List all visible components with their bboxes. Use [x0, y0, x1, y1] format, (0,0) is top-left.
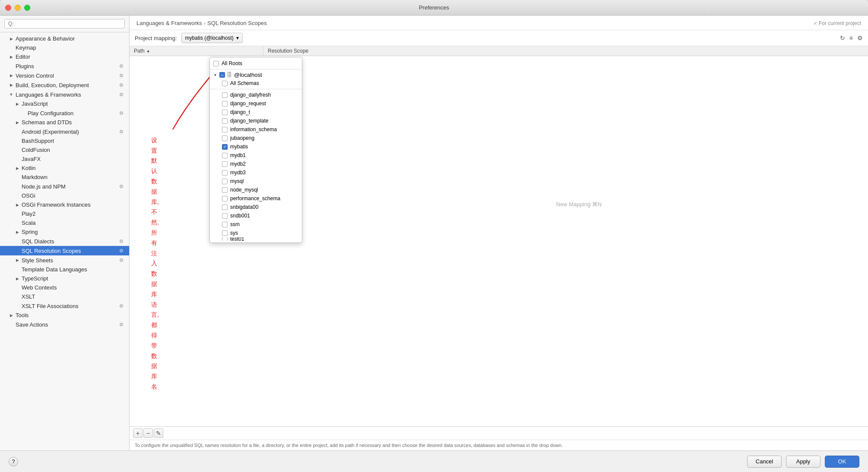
- dropdown-item-sndb001[interactable]: sndb001: [210, 211, 302, 220]
- maximize-button[interactable]: [24, 5, 30, 11]
- arrow-placeholder-markdown: [15, 175, 20, 180]
- sidebar-item-keymap[interactable]: Keymap: [0, 43, 129, 52]
- sidebar-item-kotlin[interactable]: ▶ Kotlin: [0, 164, 129, 173]
- checkbox-django-template[interactable]: [222, 118, 228, 124]
- checkbox-django-daily[interactable]: [222, 92, 228, 98]
- ok-button[interactable]: OK: [825, 456, 859, 468]
- dropdown-item-jubaopeng[interactable]: jubaopeng: [210, 134, 302, 142]
- dropdown-item-django-t[interactable]: django_t: [210, 108, 302, 116]
- sidebar-item-build[interactable]: ▶ Build, Execution, Deployment ⚙: [0, 80, 129, 90]
- sidebar-item-spring[interactable]: ▶ Spring: [0, 227, 129, 236]
- checkbox-django-t[interactable]: [222, 110, 228, 115]
- project-mapping-dropdown[interactable]: mybatis (@localhost) ▾: [181, 33, 243, 43]
- sidebar-item-nodejs[interactable]: Node.js and NPM ⚙: [0, 182, 129, 191]
- sidebar-item-xslt[interactable]: XSLT: [0, 292, 129, 301]
- sidebar-item-android[interactable]: Android (Experimental) ⚙: [0, 127, 129, 136]
- help-button[interactable]: ?: [9, 457, 18, 466]
- sidebar-item-lang-frameworks[interactable]: ▼ Languages & Frameworks ⚙: [0, 90, 129, 99]
- dropdown-item-snbigdata[interactable]: snbigdata00: [210, 203, 302, 211]
- arrow-placeholder-sqlr: [15, 248, 20, 253]
- checkbox-info-schema[interactable]: [222, 127, 228, 132]
- dropdown-item-node-mysql[interactable]: node_mysql: [210, 186, 302, 194]
- collapse-arrow-kotlin: ▶: [15, 166, 20, 171]
- sidebar-item-osgi-framework[interactable]: ▶ OSGi Framework Instances: [0, 200, 129, 209]
- add-button[interactable]: +: [133, 428, 143, 438]
- sidebar-item-xslt-file[interactable]: XSLT File Associations ⚙: [0, 301, 129, 311]
- checkbox-mysql[interactable]: [222, 179, 228, 184]
- close-button[interactable]: [5, 5, 11, 11]
- dropdown-item-mydb2[interactable]: mydb2: [210, 160, 302, 168]
- list-icon[interactable]: ≡: [849, 35, 853, 41]
- dropdown-item-all-schemas[interactable]: All Schemas: [210, 79, 302, 88]
- refresh-icon[interactable]: ↻: [840, 35, 845, 41]
- sidebar-item-appearance[interactable]: ▶ Appearance & Behavior: [0, 34, 129, 43]
- sidebar-item-coldfusion[interactable]: ColdFusion: [0, 145, 129, 154]
- dropdown-label-mysql: mysql: [230, 178, 244, 184]
- checkbox-django-request[interactable]: [222, 101, 228, 107]
- dropdown-item-django-request[interactable]: django_request: [210, 99, 302, 108]
- sidebar-item-bash[interactable]: BashSupport: [0, 136, 129, 145]
- sidebar-item-style-sheets[interactable]: ▶ Style Sheets ⚙: [0, 255, 129, 265]
- sidebar-item-scala[interactable]: Scala: [0, 218, 129, 227]
- checkbox-test01[interactable]: [222, 237, 228, 241]
- sidebar-item-javascript[interactable]: ▶ JavaScript: [0, 99, 129, 108]
- sidebar-label-schemas: Schemas and DTDs: [22, 119, 72, 126]
- sidebar-item-play-config[interactable]: Play Configuration ⚙: [0, 108, 129, 118]
- checkbox-all-schemas[interactable]: [222, 81, 228, 86]
- dropdown-item-mysql[interactable]: mysql: [210, 177, 302, 186]
- checkbox-mydb2[interactable]: [222, 161, 228, 167]
- dropdown-item-localhost[interactable]: ▼ − 🗄 @localhost: [210, 71, 302, 79]
- checkbox-ssm[interactable]: [222, 222, 228, 227]
- dropdown-item-ssm[interactable]: ssm: [210, 220, 302, 229]
- dropdown-item-info-schema[interactable]: information_schema: [210, 125, 302, 134]
- panel-header: Languages & Frameworks › SQL Resolution …: [130, 16, 868, 30]
- apply-button[interactable]: Apply: [786, 456, 820, 468]
- sidebar-item-play2[interactable]: Play2: [0, 209, 129, 218]
- dropdown-item-all-roots[interactable]: All Roots: [210, 59, 302, 68]
- checkbox-sys[interactable]: [222, 230, 228, 236]
- checkbox-jubaopeng[interactable]: [222, 135, 228, 141]
- sidebar-item-sql-resolution[interactable]: SQL Resolution Scopes ⚙: [0, 246, 129, 255]
- search-input[interactable]: [4, 19, 125, 28]
- dropdown-item-test01[interactable]: test01: [210, 237, 302, 241]
- dropdown-item-mydb1[interactable]: mydb1: [210, 151, 302, 160]
- sidebar-label-build: Build, Execution, Deployment: [16, 82, 89, 88]
- sidebar-item-plugins[interactable]: Plugins ⚙: [0, 61, 129, 71]
- sidebar-item-osgi[interactable]: OSGi: [0, 191, 129, 200]
- divider-2: [210, 89, 302, 89]
- checkbox-node-mysql[interactable]: [222, 187, 228, 193]
- checkbox-localhost[interactable]: −: [219, 72, 225, 78]
- sidebar-item-web-contexts[interactable]: Web Contexts: [0, 283, 129, 292]
- cancel-button[interactable]: Cancel: [747, 456, 782, 468]
- sidebar-item-schemas[interactable]: ▶ Schemas and DTDs: [0, 118, 129, 127]
- dropdown-item-mybatis[interactable]: ✓ mybatis: [210, 142, 302, 151]
- dropdown-item-perf-schema[interactable]: performance_schema: [210, 194, 302, 203]
- edit-button[interactable]: ✎: [154, 428, 163, 438]
- sidebar-label-editor: Editor: [16, 53, 30, 60]
- checkbox-snbigdata[interactable]: [222, 205, 228, 210]
- checkbox-mydb3[interactable]: [222, 170, 228, 176]
- sidebar-item-save-actions[interactable]: Save Actions ⚙: [0, 320, 129, 329]
- checkbox-mybatis[interactable]: ✓: [222, 144, 228, 150]
- dropdown-item-mydb3[interactable]: mydb3: [210, 168, 302, 177]
- dropdown-item-django-template[interactable]: django_template: [210, 116, 302, 125]
- sidebar-item-javafx[interactable]: JavaFX: [0, 154, 129, 164]
- checkbox-perf-schema[interactable]: [222, 196, 228, 201]
- minimize-button[interactable]: [15, 5, 21, 11]
- table-col-path[interactable]: Path ▲: [130, 46, 263, 56]
- remove-button[interactable]: −: [143, 428, 153, 438]
- sidebar-item-markdown[interactable]: Markdown: [0, 173, 129, 182]
- sidebar-item-template-data[interactable]: Template Data Languages: [0, 265, 129, 274]
- sidebar-item-editor[interactable]: ▶ Editor: [0, 52, 129, 61]
- settings-toolbar-icon[interactable]: ⚙: [857, 35, 863, 41]
- sidebar-item-typescript[interactable]: ▶ TypeScript: [0, 274, 129, 283]
- checkbox-mydb1[interactable]: [222, 153, 228, 158]
- sidebar-item-tools[interactable]: ▶ Tools: [0, 311, 129, 320]
- table-col-scope[interactable]: Resolution Scope: [263, 46, 868, 56]
- dropdown-item-sys[interactable]: sys: [210, 229, 302, 237]
- checkbox-sndb001[interactable]: [222, 213, 228, 219]
- sidebar-item-version-control[interactable]: ▶ Version Control ⚙: [0, 71, 129, 80]
- dropdown-item-django-daily[interactable]: django_dailyfresh: [210, 91, 302, 99]
- checkbox-all-roots[interactable]: [213, 61, 219, 66]
- sidebar-item-sql-dialects[interactable]: SQL Dialects ⚙: [0, 236, 129, 246]
